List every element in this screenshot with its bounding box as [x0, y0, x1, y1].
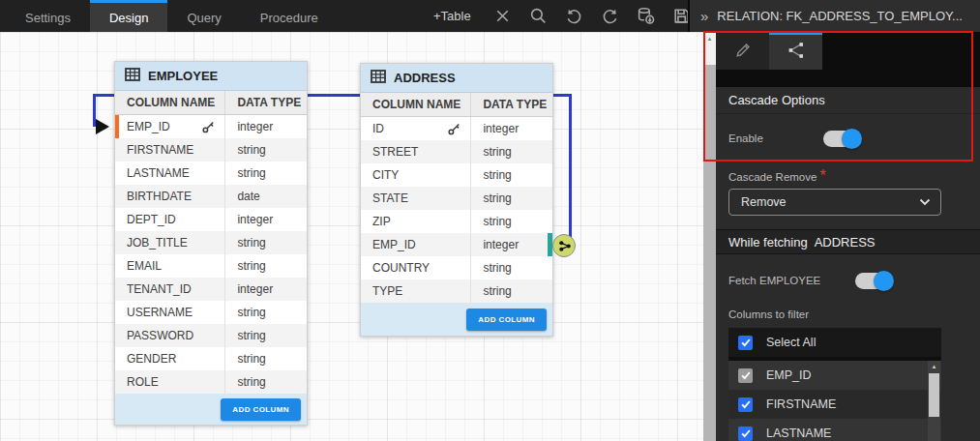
- column-name: EMP_ID: [372, 238, 416, 251]
- data-type: string: [471, 256, 552, 279]
- add-column-button[interactable]: ADD COLUMN: [466, 309, 547, 331]
- data-type: integer: [471, 233, 552, 256]
- table-row[interactable]: USERNAMEstring: [115, 301, 307, 324]
- data-type: integer: [225, 115, 307, 138]
- close-icon[interactable]: [493, 7, 513, 26]
- select-all-label: Select All: [766, 336, 816, 349]
- enable-toggle[interactable]: [823, 131, 860, 147]
- relation-connector[interactable]: [552, 234, 576, 257]
- cascade-remove-select[interactable]: Remove: [728, 189, 941, 216]
- column-checkbox[interactable]: [738, 397, 753, 412]
- key-icon: [202, 121, 215, 133]
- column-name-header: COLUMN NAME: [361, 93, 471, 116]
- add-column-button[interactable]: ADD COLUMN: [221, 398, 301, 421]
- app-window: SettingsDesignQueryProcedure +Table: [0, 0, 980, 441]
- table-row[interactable]: COUNTRYstring: [361, 256, 552, 279]
- column-name: CITY: [372, 168, 399, 182]
- while-fetching-prefix: While fetching: [728, 235, 808, 250]
- select-all-row[interactable]: Select All: [728, 328, 941, 357]
- filter-column-row[interactable]: EMP_ID: [728, 361, 941, 390]
- fetch-employee-toggle[interactable]: [855, 273, 892, 289]
- data-type: string: [225, 324, 307, 347]
- table-row[interactable]: CITYstring: [361, 163, 552, 187]
- column-checkbox[interactable]: [738, 426, 753, 441]
- table-row[interactable]: EMP_IDinteger: [361, 233, 552, 256]
- data-type-header: DATA TYPE: [225, 91, 307, 114]
- column-name: STREET: [372, 145, 418, 159]
- list-scrollbar-thumb[interactable]: [929, 373, 939, 417]
- chevron-down-icon: [919, 195, 931, 209]
- filter-column-label: FIRSTNAME: [766, 397, 836, 411]
- toolbar-tab-settings[interactable]: Settings: [6, 0, 90, 32]
- table-grid-icon: [125, 68, 140, 84]
- table-column-headers: COLUMN NAME DATA TYPE: [115, 91, 307, 115]
- table-header-employee[interactable]: EMPLOYEE: [115, 62, 307, 91]
- cascade-remove-label-row: Cascade Remove*: [716, 167, 980, 185]
- scroll-up-icon[interactable]: ▲: [703, 32, 716, 44]
- table-row[interactable]: DEPT_IDinteger: [115, 208, 307, 231]
- table-row[interactable]: PASSWORDstring: [115, 324, 307, 347]
- redo-icon[interactable]: [601, 7, 620, 26]
- data-type: string: [225, 347, 307, 370]
- table-row[interactable]: EMAILstring: [115, 254, 307, 278]
- table-row[interactable]: STREETstring: [361, 140, 552, 163]
- select-all-checkbox[interactable]: [738, 336, 753, 350]
- panel-scrollbar-thumb[interactable]: [703, 65, 716, 441]
- enable-label: Enable: [728, 132, 763, 144]
- table-row[interactable]: BIRTHDATEdate: [115, 185, 307, 208]
- collapse-panel-icon[interactable]: »: [700, 9, 708, 23]
- table-row[interactable]: GENDERstring: [115, 347, 307, 370]
- relation-panel-title: RELATION: FK_ADDRESS_TO_EMPLOY...: [717, 9, 963, 23]
- fetch-row: Fetch EMPLOYEE: [716, 266, 980, 295]
- toolbar-tab-procedure[interactable]: Procedure: [241, 0, 338, 32]
- pencil-icon: [733, 41, 753, 64]
- table-row[interactable]: LASTNAMEstring: [115, 162, 307, 185]
- tab-edit-pencil[interactable]: [716, 32, 769, 70]
- tab-relation[interactable]: [769, 32, 822, 70]
- column-name: FIRSTNAME: [127, 143, 193, 157]
- panel-content: Cascade Options Enable Cascade Remove* R…: [716, 32, 980, 441]
- db-table-address: ADDRESS COLUMN NAME DATA TYPE IDintegerS…: [360, 63, 553, 337]
- toolbar-tab-query[interactable]: Query: [167, 0, 240, 32]
- table-row[interactable]: STATEstring: [361, 187, 552, 210]
- toolbar-actions: +Table: [433, 0, 692, 32]
- table-row[interactable]: EMP_IDinteger: [115, 115, 307, 138]
- data-type-header: DATA TYPE: [471, 93, 552, 116]
- table-row[interactable]: JOB_TITLEstring: [115, 231, 307, 254]
- panel-scrollbar[interactable]: ▲: [703, 32, 716, 441]
- filter-column-row[interactable]: LASTNAME: [728, 419, 941, 441]
- db-export-icon[interactable]: [637, 7, 656, 26]
- table-row[interactable]: TENANT_IDinteger: [115, 278, 307, 301]
- data-type: string: [471, 210, 552, 233]
- table-rows: IDintegerSTREETstringCITYstringSTATEstri…: [361, 117, 552, 303]
- list-scrollbar[interactable]: ▲: [928, 361, 940, 441]
- toolbar-tab-design[interactable]: Design: [90, 0, 167, 32]
- data-type: integer: [225, 208, 307, 231]
- data-type: string: [471, 140, 552, 163]
- table-name: ADDRESS: [394, 71, 456, 85]
- filter-column-row[interactable]: FIRSTNAME: [728, 390, 941, 419]
- undo-icon[interactable]: [565, 7, 584, 26]
- table-row[interactable]: ZIPstring: [361, 210, 552, 233]
- data-type: string: [225, 162, 307, 185]
- table-row[interactable]: TYPEstring: [361, 279, 552, 303]
- table-row[interactable]: IDinteger: [361, 117, 552, 140]
- data-type: integer: [225, 278, 307, 301]
- data-type: string: [471, 187, 552, 210]
- column-name: JOB_TITLE: [127, 236, 188, 250]
- scroll-up-icon[interactable]: ▲: [928, 361, 940, 372]
- panel-tabbar: [716, 32, 980, 87]
- table-footer: ADD COLUMN: [361, 303, 552, 336]
- column-name: BIRTHDATE: [127, 190, 192, 203]
- key-icon: [448, 123, 460, 135]
- search-icon[interactable]: [529, 7, 549, 26]
- while-fetching-header: While fetching ADDRESS: [716, 229, 980, 254]
- filter-column-label: EMP_ID: [766, 368, 812, 382]
- add-table-button[interactable]: +Table: [433, 9, 471, 23]
- table-header-address[interactable]: ADDRESS: [361, 64, 552, 93]
- table-row[interactable]: ROLEstring: [115, 370, 307, 394]
- toolbar-panel-divider: [688, 0, 690, 32]
- cascade-remove-label: Cascade Remove: [728, 171, 817, 183]
- table-row[interactable]: FIRSTNAMEstring: [115, 138, 307, 162]
- column-name: ZIP: [372, 215, 391, 228]
